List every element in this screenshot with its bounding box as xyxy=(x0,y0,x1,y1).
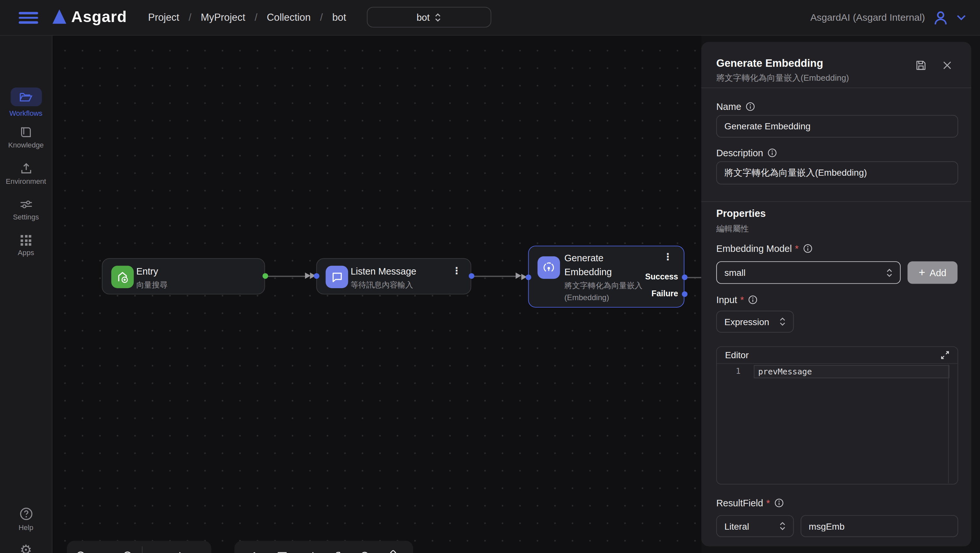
palette-component-button[interactable] xyxy=(386,550,399,553)
result-value-input[interactable] xyxy=(801,515,958,537)
workflow-selector[interactable]: bot xyxy=(367,7,491,27)
palette-message-button[interactable] xyxy=(276,550,289,553)
node-title: Listen Message xyxy=(351,265,417,278)
info-icon[interactable] xyxy=(774,498,784,508)
port-generate-success[interactable] xyxy=(681,274,687,280)
port-generate-failure[interactable] xyxy=(681,291,687,296)
name-input[interactable] xyxy=(716,115,958,137)
info-icon[interactable] xyxy=(767,148,777,158)
edge-success-out xyxy=(687,277,701,278)
node-palette-toolbar xyxy=(234,541,413,553)
save-button[interactable] xyxy=(915,60,926,71)
user-icon xyxy=(932,10,948,25)
upload-icon xyxy=(20,163,32,174)
run-workflow-button[interactable] xyxy=(172,552,194,553)
entry-palette-icon xyxy=(248,550,261,553)
gear-icon: ⚙ xyxy=(20,543,32,553)
properties-subtitle: 編輯屬性 xyxy=(716,223,749,235)
expand-icon[interactable] xyxy=(941,351,950,360)
sidebar-item-knowledge[interactable]: Knowledge xyxy=(0,126,52,149)
port-listen-in[interactable] xyxy=(313,273,319,279)
node-title: Entry xyxy=(136,265,167,278)
port-entry-out[interactable] xyxy=(262,273,268,279)
workflow-selector-value: bot xyxy=(417,12,430,23)
node-generate-embedding[interactable]: Generate Embedding 將文字轉化為向量嵌入(Embedding)… xyxy=(528,246,684,308)
save-icon xyxy=(915,60,926,71)
breadcrumb-collection[interactable]: Collection xyxy=(267,12,311,23)
updown-chevron-icon xyxy=(780,521,786,531)
sidebar-item-environment[interactable]: Environment xyxy=(0,163,52,185)
info-icon[interactable] xyxy=(746,102,755,111)
folder-icon xyxy=(19,91,33,103)
port-listen-out[interactable] xyxy=(468,273,474,279)
node-title: Generate Embedding xyxy=(565,251,647,279)
account-menu[interactable]: AsgardAI (Asgard Internal) xyxy=(810,0,966,35)
description-label: Description xyxy=(716,148,777,158)
sidebar-item-apps[interactable]: Apps xyxy=(0,235,52,257)
chat-bubble-icon xyxy=(276,550,289,553)
properties-title: Properties xyxy=(716,208,766,220)
breadcrumb-myproject[interactable]: MyProject xyxy=(201,12,245,23)
output-label-failure: Failure xyxy=(651,289,678,298)
zoom-out-icon xyxy=(75,551,88,553)
kebab-menu-icon[interactable]: ⋮ xyxy=(452,266,461,275)
account-label: AsgardAI (Asgard Internal) xyxy=(810,12,925,23)
result-type-value: Literal xyxy=(724,521,749,531)
breadcrumb-project[interactable]: Project xyxy=(148,12,179,23)
edge-listen-generate xyxy=(474,276,519,277)
diamond-cluster-icon xyxy=(386,550,399,553)
add-model-button[interactable]: + Add xyxy=(907,261,957,284)
sidebar-item-settings[interactable]: Settings xyxy=(0,199,52,221)
palette-embedding-button[interactable] xyxy=(331,550,345,553)
palette-swap-button[interactable] xyxy=(303,550,317,553)
input-type-value: Expression xyxy=(724,317,769,327)
menu-icon[interactable] xyxy=(19,12,38,24)
search-icon xyxy=(359,550,372,553)
apps-grid-icon xyxy=(21,235,32,246)
node-entry[interactable]: Entry 向量搜尋 xyxy=(102,258,265,295)
palette-search-button[interactable] xyxy=(359,550,372,553)
output-label-success: Success xyxy=(645,272,678,281)
info-icon[interactable] xyxy=(748,295,758,304)
input-type-select[interactable]: Expression xyxy=(716,311,794,333)
editor-scrollbar[interactable] xyxy=(948,364,949,483)
breadcrumb-separator: / xyxy=(255,12,258,23)
close-button[interactable] xyxy=(942,61,952,70)
node-inspector-panel: Generate Embedding 將文字轉化為向量嵌入(Embedding)… xyxy=(701,42,971,546)
code-editor[interactable]: Editor 1 prevMessage xyxy=(716,346,958,484)
play-icon xyxy=(179,552,187,553)
description-input[interactable] xyxy=(716,161,958,185)
zoom-in-icon xyxy=(123,551,135,553)
swap-arrows-icon xyxy=(303,550,317,553)
app-header: Asgard Project / MyProject / Collection … xyxy=(0,0,980,36)
editor-active-line[interactable]: prevMessage xyxy=(754,365,950,378)
inspector-strip: Generate Embedding 將文字轉化為向量嵌入(Embedding)… xyxy=(701,35,980,553)
sidebar-item-workflows[interactable]: Workflows xyxy=(0,88,52,117)
workflow-canvas[interactable]: Entry 向量搜尋 Listen Message 等待訊息內容輸入 ⋮ xyxy=(52,35,701,553)
embedding-model-select[interactable]: small xyxy=(716,261,900,284)
entry-node-icon xyxy=(116,270,129,284)
node-subtitle: 向量搜尋 xyxy=(136,279,167,292)
node-subtitle: 將文字轉化為向量嵌入(Embedding) xyxy=(565,280,647,304)
result-type-select[interactable]: Literal xyxy=(716,515,794,537)
zoom-out-button[interactable] xyxy=(75,551,88,553)
info-icon[interactable] xyxy=(803,244,813,253)
zoom-in-button[interactable] xyxy=(123,551,135,553)
palette-entry-button[interactable] xyxy=(248,550,261,553)
node-listen-message[interactable]: Listen Message 等待訊息內容輸入 ⋮ xyxy=(316,258,471,295)
add-node-button[interactable]: + xyxy=(150,548,169,553)
port-generate-in[interactable] xyxy=(525,274,531,280)
help-icon xyxy=(19,507,33,521)
required-asterisk: * xyxy=(740,294,744,305)
kebab-menu-icon[interactable]: ⋮ xyxy=(663,252,673,261)
input-label: Input* xyxy=(716,294,758,305)
sidebar-item-workspace[interactable]: ⚙ Workspace xyxy=(0,543,52,553)
editor-code: prevMessage xyxy=(758,367,812,376)
required-asterisk: * xyxy=(795,243,799,254)
breadcrumb-bot[interactable]: bot xyxy=(332,12,346,23)
editor-line-number: 1 xyxy=(717,366,749,376)
sidebar-item-help[interactable]: Help xyxy=(0,507,52,531)
edge-arrowhead xyxy=(515,272,521,279)
embedding-model-label: Embedding Model* xyxy=(716,243,813,254)
updown-chevron-icon xyxy=(780,317,786,327)
